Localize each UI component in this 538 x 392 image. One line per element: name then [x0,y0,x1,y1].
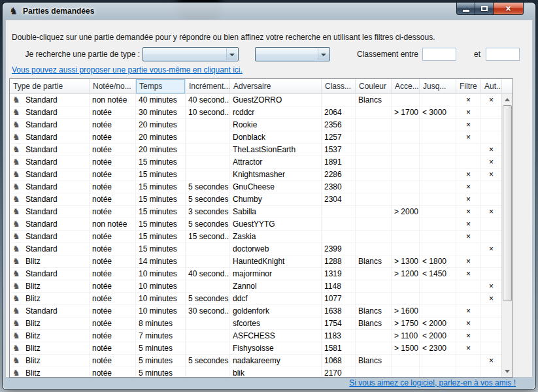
window-title: Parties demandées [23,7,94,16]
column-header[interactable]: Couleur [356,79,392,93]
chess-piece-icon: ♞ [12,367,22,377]
maximize-button[interactable] [475,3,494,15]
cell: goldenfork [230,305,322,317]
table-row[interactable]: ♞Standardnotée15 minutes15 second...Zask… [10,231,501,243]
chess-piece-icon: ♞ [12,106,22,118]
close-button[interactable]: × [494,3,524,15]
column-header[interactable]: Type de partie [10,79,90,93]
cell: × [456,131,481,143]
chevron-down-icon[interactable] [318,48,329,60]
scrollbar-thumb[interactable] [503,105,512,301]
column-header[interactable]: Incrément... [186,79,230,93]
table-row[interactable]: ♞Standardnotée20 minutesRookie2356× [10,119,501,131]
table-row[interactable]: ♞Blitznotée14 minutesHauntedKnight1288Bl… [10,255,501,268]
chess-piece-icon: ♞ [12,206,22,218]
minimize-button[interactable] [456,3,475,15]
cell: 1068 [322,355,356,367]
table-row[interactable]: ♞Standardnotée15 minutesKnightsmasher228… [10,169,501,181]
cell [356,293,392,304]
cell [481,181,501,193]
cell: ♞Blitz [10,280,90,292]
cell: notée [90,355,136,367]
chess-piece-icon: ♞ [12,181,22,193]
cell: ♞Standard [10,231,90,242]
cell [186,119,230,131]
table-row[interactable]: ♞Blitznotée5 minutesFishysoisse1581> 150… [10,342,501,355]
chevron-down-icon[interactable] [226,48,237,60]
cell [186,156,230,168]
cell [356,243,392,255]
cell [392,218,420,230]
table-row[interactable]: ♞Blitznotée10 minutesZannol1148× [10,280,501,293]
table-row[interactable]: ♞Standardnotée15 minutes3 secondesSabill… [10,206,501,218]
rating-min-input[interactable] [422,48,456,61]
share-link[interactable]: Si vous aimez ce logiciel, parlez-en à v… [349,378,516,387]
cell [420,280,456,292]
table-row[interactable]: ♞Blitznotée7 minutesASFCHESS1183> 1100< … [10,330,501,342]
cell [420,243,456,255]
cell [322,218,356,230]
table-row[interactable]: ♞Blitznotée5 minutesblik2170 [10,367,501,377]
table-row[interactable]: ♞Standardnotée20 minutesTheLastSionEarth… [10,144,501,156]
table-row[interactable]: ♞Standardnotée15 minutes5 secondesChumby… [10,193,501,206]
cell: 1891 [322,156,356,168]
title-bar[interactable]: ♞ Parties demandées × [3,3,535,20]
game-subtype-select[interactable] [255,47,330,61]
cell: Blancs [356,355,392,367]
cell: Chumby [230,193,322,205]
table-row[interactable]: ♞Standardnotée15 minutesdoctorweb2399× [10,243,501,255]
cell: ♞Standard [10,131,90,143]
table-row[interactable]: ♞Standardnotée15 minutes5 secondesGnuChe… [10,181,501,193]
game-type-select[interactable] [143,47,239,61]
column-header[interactable]: Class... [322,79,356,93]
cell [481,305,501,317]
cell [420,119,456,131]
cell [356,144,392,155]
table-row[interactable]: ♞Standardnon notée15 minutes5 secondesGu… [10,218,501,231]
table-scrollbar[interactable] [501,94,513,377]
cell: blik [230,367,322,377]
column-header[interactable]: Aut... [481,79,502,93]
cell: ♞Blitz [10,318,90,329]
table-row[interactable]: ♞Standardnotée30 minutes10 second...rcdd… [10,106,501,119]
table-row[interactable]: ♞Standardnotée10 minutes40 second...majo… [10,268,501,280]
column-header[interactable]: Jusq... [420,79,456,93]
cell: > 1750 [392,318,420,329]
cell: × [456,94,481,106]
cell: 15 minutes [136,231,186,242]
cell: ♞Standard [10,94,90,106]
rating-max-input[interactable] [486,48,520,61]
table-row[interactable]: ♞Standardnon notée40 minutes40 second...… [10,94,501,106]
and-label: et [474,50,480,59]
cell: notée [90,293,136,304]
cell [420,218,456,230]
table-row[interactable]: ♞Standardnotée20 minutesDonblack1257× [10,131,501,144]
cell: sfcortes [230,318,322,329]
column-header[interactable]: Acce... [392,79,420,93]
game-type-text: Standard [25,95,58,105]
cell: Blancs [356,318,392,329]
propose-game-link[interactable]: Vous pouvez aussi proposer une partie vo… [12,65,243,74]
cell: 40 minutes [136,94,186,106]
cell: 2286 [322,169,356,180]
scroll-down-button[interactable] [502,366,513,377]
cell [186,318,230,329]
table-row[interactable]: ♞Blitznotée5 minutes5 secondesnadakareem… [10,355,501,367]
cell: 10 minutes [136,280,186,292]
cell [356,367,392,377]
cell [186,169,230,180]
column-header[interactable]: Notée/no... [90,79,136,93]
column-header[interactable]: Filtre [456,79,481,93]
cell: Zannol [230,280,322,292]
cell [456,293,481,304]
minimize-icon [463,10,469,12]
table-row[interactable]: ♞Standardnotée15 minutesAttractor1891× [10,156,501,169]
column-header[interactable]: Adversaire [230,79,322,93]
chess-piece-icon: ♞ [12,94,22,106]
table-row[interactable]: ♞Blitznotée10 minutes5 secondesddcf1077× [10,293,501,305]
column-header[interactable]: Temps [136,79,186,93]
table-row[interactable]: ♞Blitznotée8 minutessfcortes1754Blancs> … [10,318,501,330]
cell [356,231,392,242]
scroll-up-button[interactable] [502,94,513,105]
table-row[interactable]: ♞Standardnotée10 minutes30 second...gold… [10,305,501,318]
